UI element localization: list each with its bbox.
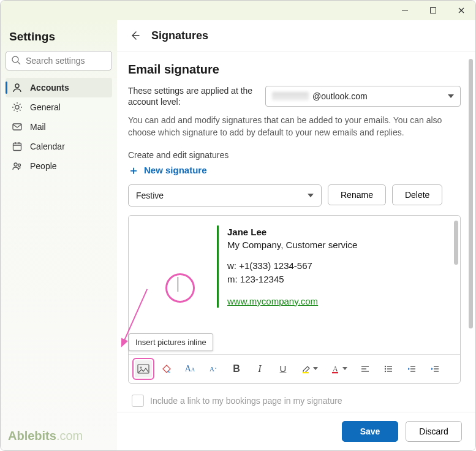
- sidebar-item-label: People: [30, 161, 57, 171]
- underline-button[interactable]: U: [274, 360, 292, 377]
- close-icon: [458, 7, 465, 14]
- save-button[interactable]: Save: [342, 421, 398, 442]
- section-title-email-signature: Email signature: [128, 63, 461, 77]
- page-scrollbar[interactable]: [469, 59, 473, 404]
- svg-point-27: [385, 370, 386, 371]
- sig-website: www.mycompany.com: [227, 295, 450, 308]
- sidebar-item-accounts[interactable]: Accounts: [6, 78, 112, 97]
- sidebar-item-general[interactable]: General: [6, 97, 112, 117]
- rename-button[interactable]: Rename: [328, 184, 386, 205]
- underline-icon: U: [280, 363, 287, 374]
- indent-button[interactable]: [426, 360, 444, 377]
- sig-name: Jane Lee: [227, 226, 450, 239]
- back-arrow-icon: [129, 29, 141, 42]
- sig-company: My Company, Customer service: [227, 238, 450, 252]
- font-size-down-icon: A˅: [210, 365, 217, 373]
- highlight-color-button[interactable]: [298, 360, 321, 377]
- svg-marker-34: [408, 368, 410, 370]
- sidebar-item-people[interactable]: People: [6, 156, 112, 176]
- text-caret: [178, 277, 178, 292]
- svg-line-15: [124, 289, 147, 340]
- delete-button[interactable]: Delete: [392, 184, 442, 205]
- person-icon: [12, 82, 23, 93]
- sidebar-item-label: Calendar: [30, 142, 65, 151]
- insert-picture-button[interactable]: [135, 360, 152, 377]
- discard-button[interactable]: Discard: [406, 421, 462, 442]
- sidebar-item-label: General: [30, 102, 61, 112]
- svg-point-18: [140, 366, 142, 368]
- svg-marker-38: [431, 368, 433, 370]
- sidebar-item-calendar[interactable]: Calendar: [6, 137, 112, 156]
- chevron-down-icon: [308, 194, 314, 197]
- create-edit-label: Create and edit signatures: [128, 150, 461, 160]
- align-icon: [360, 364, 370, 374]
- window-close-button[interactable]: [447, 1, 475, 20]
- signature-editor: Insert pictures inline: [128, 215, 461, 384]
- svg-point-4: [12, 56, 18, 63]
- italic-button[interactable]: I: [251, 360, 268, 377]
- window-maximize-button[interactable]: [419, 1, 447, 20]
- font-size-up-icon: AA: [185, 364, 195, 374]
- account-caption: These settings are applied at the accoun…: [128, 85, 257, 107]
- svg-point-7: [15, 105, 19, 109]
- brand-watermark: Ablebits.com: [6, 425, 112, 445]
- svg-rect-21: [332, 372, 338, 373]
- svg-point-6: [15, 84, 19, 88]
- search-icon: [11, 55, 21, 65]
- format-painter-icon: [161, 363, 172, 374]
- svg-point-26: [385, 368, 386, 369]
- outdent-button[interactable]: [403, 360, 420, 377]
- search-input[interactable]: [6, 51, 112, 70]
- insert-picture-icon: [137, 364, 149, 374]
- sidebar-item-mail[interactable]: Mail: [6, 117, 112, 137]
- decrease-font-button[interactable]: A˅: [205, 360, 222, 377]
- search-wrap: [6, 51, 112, 70]
- align-button[interactable]: [357, 360, 374, 377]
- bold-icon: B: [233, 363, 240, 374]
- svg-point-13: [14, 163, 17, 166]
- svg-point-25: [385, 365, 386, 366]
- people-icon: [12, 161, 23, 172]
- include-bookings-label: Include a link to my bookings page in my…: [150, 396, 342, 406]
- footer-actions: Save Discard: [117, 412, 475, 450]
- signature-name-select[interactable]: Festive: [128, 184, 322, 207]
- sig-website-link[interactable]: www.mycompany.com: [227, 296, 318, 306]
- svg-rect-19: [303, 372, 309, 373]
- settings-sidebar: Settings Accounts General: [1, 20, 117, 450]
- font-color-button[interactable]: A: [327, 360, 350, 377]
- main-panel: Signatures Email signature These setting…: [117, 20, 475, 450]
- signatures-description: You can add and modify signatures that c…: [128, 115, 447, 138]
- include-bookings-checkbox[interactable]: [132, 395, 144, 407]
- sidebar-item-label: Mail: [30, 122, 46, 132]
- account-domain: @outlook.com: [312, 91, 368, 101]
- bold-button[interactable]: B: [228, 360, 245, 377]
- new-signature-button[interactable]: ＋ New signature: [128, 165, 207, 176]
- bullet-list-button[interactable]: [380, 360, 397, 377]
- svg-rect-8: [13, 124, 21, 130]
- annotation-arrow: [124, 287, 148, 339]
- account-select[interactable]: @outlook.com: [265, 86, 461, 107]
- font-color-icon: A: [331, 364, 341, 374]
- chevron-down-icon: [342, 367, 347, 370]
- tooltip-insert-pictures: Insert pictures inline: [129, 333, 213, 351]
- back-button[interactable]: [127, 28, 143, 44]
- italic-icon: I: [258, 363, 261, 374]
- signature-name-value: Festive: [136, 191, 164, 200]
- format-painter-button[interactable]: [158, 360, 175, 377]
- content-scroll: Email signature These settings are appli…: [117, 51, 475, 412]
- increase-font-button[interactable]: AA: [181, 360, 198, 377]
- window-minimize-button[interactable]: [391, 1, 419, 20]
- svg-point-14: [18, 164, 21, 167]
- editor-scrollbar[interactable]: [454, 221, 458, 320]
- account-local-part-redacted: [272, 92, 309, 100]
- minimize-icon: [401, 7, 409, 14]
- settings-title: Settings: [6, 28, 112, 51]
- svg-marker-16: [118, 338, 128, 349]
- window-titlebar: [1, 1, 475, 20]
- annotation-cursor-circle: [165, 273, 195, 303]
- sig-phone-work: w: +1(333) 1234-567: [227, 259, 450, 273]
- svg-rect-9: [13, 143, 21, 151]
- gear-icon: [12, 102, 23, 113]
- svg-text:A: A: [333, 365, 338, 373]
- svg-rect-1: [431, 8, 436, 13]
